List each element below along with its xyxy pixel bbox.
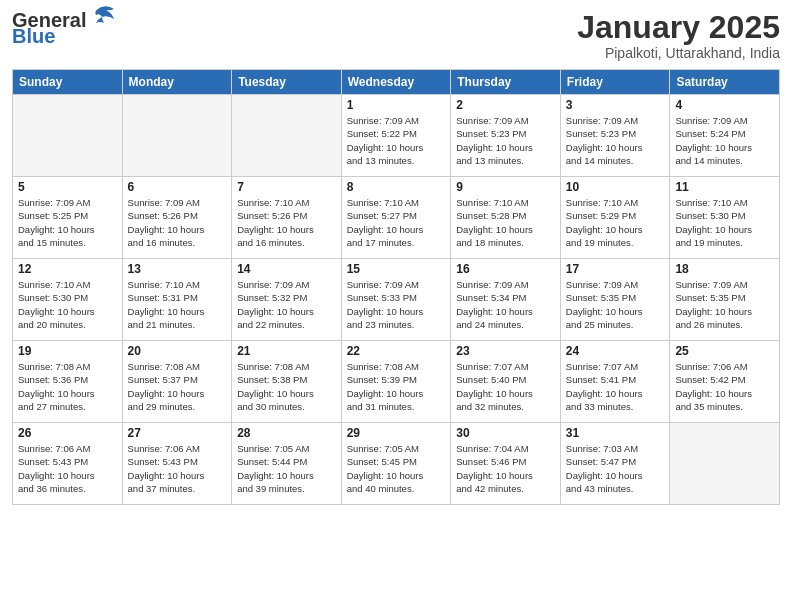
day-number: 17 (566, 262, 665, 276)
location: Pipalkoti, Uttarakhand, India (577, 45, 780, 61)
day-info: Sunrise: 7:06 AM Sunset: 5:43 PM Dayligh… (18, 442, 117, 495)
day-number: 10 (566, 180, 665, 194)
day-number: 23 (456, 344, 555, 358)
day-info: Sunrise: 7:09 AM Sunset: 5:23 PM Dayligh… (456, 114, 555, 167)
day-info: Sunrise: 7:09 AM Sunset: 5:33 PM Dayligh… (347, 278, 446, 331)
table-row: 27Sunrise: 7:06 AM Sunset: 5:43 PM Dayli… (122, 423, 232, 505)
day-info: Sunrise: 7:06 AM Sunset: 5:42 PM Dayligh… (675, 360, 774, 413)
calendar-week-row: 1Sunrise: 7:09 AM Sunset: 5:22 PM Daylig… (13, 95, 780, 177)
table-row: 31Sunrise: 7:03 AM Sunset: 5:47 PM Dayli… (560, 423, 670, 505)
day-info: Sunrise: 7:10 AM Sunset: 5:26 PM Dayligh… (237, 196, 336, 249)
table-row: 18Sunrise: 7:09 AM Sunset: 5:35 PM Dayli… (670, 259, 780, 341)
table-row: 29Sunrise: 7:05 AM Sunset: 5:45 PM Dayli… (341, 423, 451, 505)
table-row: 25Sunrise: 7:06 AM Sunset: 5:42 PM Dayli… (670, 341, 780, 423)
table-row: 14Sunrise: 7:09 AM Sunset: 5:32 PM Dayli… (232, 259, 342, 341)
day-number: 15 (347, 262, 446, 276)
table-row: 28Sunrise: 7:05 AM Sunset: 5:44 PM Dayli… (232, 423, 342, 505)
day-number: 8 (347, 180, 446, 194)
table-row: 13Sunrise: 7:10 AM Sunset: 5:31 PM Dayli… (122, 259, 232, 341)
day-info: Sunrise: 7:09 AM Sunset: 5:32 PM Dayligh… (237, 278, 336, 331)
table-row: 10Sunrise: 7:10 AM Sunset: 5:29 PM Dayli… (560, 177, 670, 259)
day-number: 16 (456, 262, 555, 276)
day-number: 31 (566, 426, 665, 440)
col-monday: Monday (122, 70, 232, 95)
table-row: 8Sunrise: 7:10 AM Sunset: 5:27 PM Daylig… (341, 177, 451, 259)
day-number: 24 (566, 344, 665, 358)
day-info: Sunrise: 7:10 AM Sunset: 5:28 PM Dayligh… (456, 196, 555, 249)
day-number: 27 (128, 426, 227, 440)
table-row: 21Sunrise: 7:08 AM Sunset: 5:38 PM Dayli… (232, 341, 342, 423)
day-number: 7 (237, 180, 336, 194)
day-info: Sunrise: 7:10 AM Sunset: 5:30 PM Dayligh… (18, 278, 117, 331)
logo-bird-icon (88, 5, 116, 27)
calendar-table: Sunday Monday Tuesday Wednesday Thursday… (12, 69, 780, 505)
table-row (670, 423, 780, 505)
table-row: 26Sunrise: 7:06 AM Sunset: 5:43 PM Dayli… (13, 423, 123, 505)
col-sunday: Sunday (13, 70, 123, 95)
day-number: 12 (18, 262, 117, 276)
table-row: 1Sunrise: 7:09 AM Sunset: 5:22 PM Daylig… (341, 95, 451, 177)
day-number: 4 (675, 98, 774, 112)
calendar-header-row: Sunday Monday Tuesday Wednesday Thursday… (13, 70, 780, 95)
col-thursday: Thursday (451, 70, 561, 95)
calendar-week-row: 19Sunrise: 7:08 AM Sunset: 5:36 PM Dayli… (13, 341, 780, 423)
calendar-week-row: 12Sunrise: 7:10 AM Sunset: 5:30 PM Dayli… (13, 259, 780, 341)
day-info: Sunrise: 7:08 AM Sunset: 5:36 PM Dayligh… (18, 360, 117, 413)
calendar-week-row: 5Sunrise: 7:09 AM Sunset: 5:25 PM Daylig… (13, 177, 780, 259)
title-block: January 2025 Pipalkoti, Uttarakhand, Ind… (577, 10, 780, 61)
col-saturday: Saturday (670, 70, 780, 95)
day-number: 25 (675, 344, 774, 358)
day-number: 21 (237, 344, 336, 358)
day-number: 2 (456, 98, 555, 112)
day-number: 20 (128, 344, 227, 358)
day-number: 1 (347, 98, 446, 112)
day-info: Sunrise: 7:06 AM Sunset: 5:43 PM Dayligh… (128, 442, 227, 495)
day-info: Sunrise: 7:09 AM Sunset: 5:23 PM Dayligh… (566, 114, 665, 167)
day-number: 28 (237, 426, 336, 440)
day-info: Sunrise: 7:09 AM Sunset: 5:24 PM Dayligh… (675, 114, 774, 167)
day-number: 18 (675, 262, 774, 276)
table-row: 11Sunrise: 7:10 AM Sunset: 5:30 PM Dayli… (670, 177, 780, 259)
day-info: Sunrise: 7:05 AM Sunset: 5:45 PM Dayligh… (347, 442, 446, 495)
table-row: 2Sunrise: 7:09 AM Sunset: 5:23 PM Daylig… (451, 95, 561, 177)
table-row: 24Sunrise: 7:07 AM Sunset: 5:41 PM Dayli… (560, 341, 670, 423)
day-info: Sunrise: 7:10 AM Sunset: 5:31 PM Dayligh… (128, 278, 227, 331)
day-number: 14 (237, 262, 336, 276)
table-row: 3Sunrise: 7:09 AM Sunset: 5:23 PM Daylig… (560, 95, 670, 177)
day-info: Sunrise: 7:09 AM Sunset: 5:35 PM Dayligh… (675, 278, 774, 331)
table-row: 7Sunrise: 7:10 AM Sunset: 5:26 PM Daylig… (232, 177, 342, 259)
day-number: 13 (128, 262, 227, 276)
day-number: 9 (456, 180, 555, 194)
logo-blue-text: Blue (12, 26, 55, 46)
table-row: 9Sunrise: 7:10 AM Sunset: 5:28 PM Daylig… (451, 177, 561, 259)
day-info: Sunrise: 7:07 AM Sunset: 5:41 PM Dayligh… (566, 360, 665, 413)
table-row: 16Sunrise: 7:09 AM Sunset: 5:34 PM Dayli… (451, 259, 561, 341)
day-number: 6 (128, 180, 227, 194)
header: General Blue January 2025 Pipalkoti, Utt… (12, 10, 780, 61)
day-number: 11 (675, 180, 774, 194)
page-container: General Blue January 2025 Pipalkoti, Utt… (0, 0, 792, 513)
table-row: 17Sunrise: 7:09 AM Sunset: 5:35 PM Dayli… (560, 259, 670, 341)
day-number: 22 (347, 344, 446, 358)
day-info: Sunrise: 7:07 AM Sunset: 5:40 PM Dayligh… (456, 360, 555, 413)
day-info: Sunrise: 7:08 AM Sunset: 5:38 PM Dayligh… (237, 360, 336, 413)
col-wednesday: Wednesday (341, 70, 451, 95)
day-info: Sunrise: 7:09 AM Sunset: 5:35 PM Dayligh… (566, 278, 665, 331)
calendar-week-row: 26Sunrise: 7:06 AM Sunset: 5:43 PM Dayli… (13, 423, 780, 505)
table-row: 23Sunrise: 7:07 AM Sunset: 5:40 PM Dayli… (451, 341, 561, 423)
table-row (232, 95, 342, 177)
day-info: Sunrise: 7:09 AM Sunset: 5:34 PM Dayligh… (456, 278, 555, 331)
col-tuesday: Tuesday (232, 70, 342, 95)
table-row: 15Sunrise: 7:09 AM Sunset: 5:33 PM Dayli… (341, 259, 451, 341)
table-row (122, 95, 232, 177)
day-info: Sunrise: 7:04 AM Sunset: 5:46 PM Dayligh… (456, 442, 555, 495)
day-number: 3 (566, 98, 665, 112)
day-info: Sunrise: 7:08 AM Sunset: 5:37 PM Dayligh… (128, 360, 227, 413)
day-info: Sunrise: 7:10 AM Sunset: 5:29 PM Dayligh… (566, 196, 665, 249)
day-number: 19 (18, 344, 117, 358)
day-info: Sunrise: 7:10 AM Sunset: 5:30 PM Dayligh… (675, 196, 774, 249)
day-info: Sunrise: 7:05 AM Sunset: 5:44 PM Dayligh… (237, 442, 336, 495)
day-number: 30 (456, 426, 555, 440)
day-info: Sunrise: 7:03 AM Sunset: 5:47 PM Dayligh… (566, 442, 665, 495)
day-number: 5 (18, 180, 117, 194)
